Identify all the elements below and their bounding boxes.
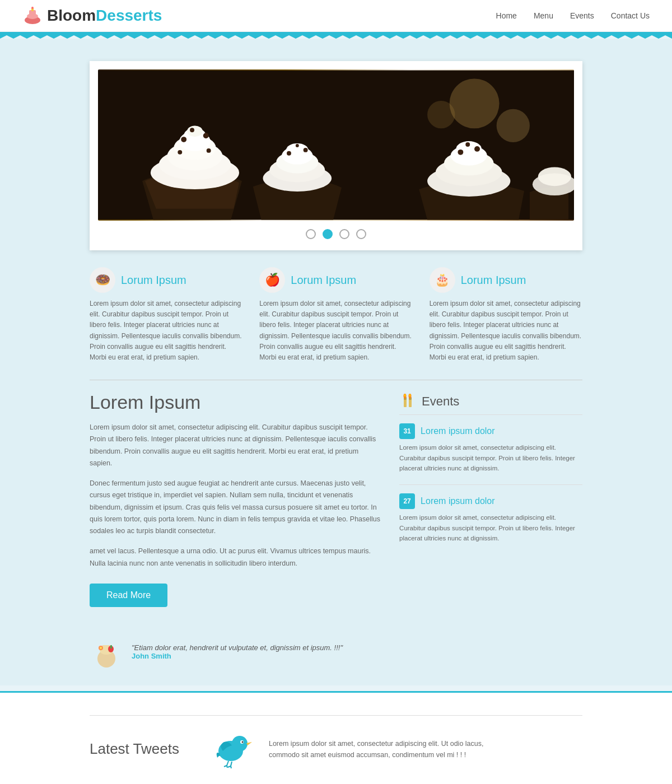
event-2-title: Lorem ipsum dolor [421,496,495,506]
candles-icon [399,391,416,412]
tweets-section: Latest Tweets [90,693,582,784]
article-para-3: amet vel lacus. Pellentesque a urna odio… [90,545,382,570]
event-2-text: Lorem ipsum dolor sit amet, consectetur … [399,512,582,543]
testimonial-author: John Smith [132,652,343,660]
svg-point-53 [409,394,411,397]
event-2-date-title: 27 Lorem ipsum dolor [399,493,582,509]
feature-1-title: Lorum Ipsum [121,274,186,287]
logo-desserts-text: Desserts [96,7,162,25]
main-nav: Home Menu Events Contact Us [496,11,650,20]
feature-1: 🍩 Lorum Ipsum Lorem ipsum dolor sit amet… [90,267,242,363]
content-divider [90,380,582,380]
svg-point-6 [450,78,500,128]
svg-point-4 [31,7,34,9]
event-2-date-badge: 27 [399,493,415,509]
feature-3: 🎂 Lorum Ipsum Lorem ipsum dolor sit amet… [430,267,582,363]
event-1-date-badge: 31 [399,423,415,439]
nav-menu[interactable]: Menu [534,11,553,20]
sidebar-divider-1 [399,484,582,485]
twitter-bird-icon [207,730,252,769]
event-1-text: Lorem ipsum dolor sit amet, consectetur … [399,442,582,473]
svg-point-20 [207,148,211,153]
content-area: Lorem Ipsum Lorem ipsum dolor sit amet, … [90,391,582,669]
main-article: Lorem Ipsum Lorem ipsum dolor sit amet, … [90,391,382,669]
svg-point-17 [203,133,209,138]
events-title: Events [422,394,459,409]
logo-bloom-text: Bloom [47,7,96,25]
svg-point-16 [181,137,186,142]
svg-point-19 [178,150,182,155]
feature-2-icon: 🍎 [259,267,285,293]
article-para-2: Donec fermentum justo sed augue feugiat … [90,478,382,537]
slider-wrapper [90,61,582,250]
event-1-date-title: 31 Lorem ipsum dolor [399,423,582,439]
feature-2-header: 🍎 Lorum Ipsum [259,267,412,293]
read-more-button[interactable]: Read More [90,584,167,607]
feature-3-icon: 🎂 [430,267,455,293]
svg-rect-47 [409,399,412,407]
events-header: Events [399,391,582,415]
logo: BloomDesserts [22,6,162,26]
svg-line-58 [227,761,228,766]
nav-home[interactable]: Home [496,11,517,20]
svg-point-27 [304,148,308,152]
svg-point-35 [474,146,480,152]
svg-line-60 [227,766,227,768]
cake-icon [22,6,43,26]
features-section: 🍩 Lorum Ipsum Lorem ipsum dolor sit amet… [90,267,582,363]
svg-point-51 [404,394,406,397]
tweets-text: Lorem ipsum dolor sit amet, consectetur … [269,738,493,760]
svg-rect-46 [404,399,407,407]
svg-point-15 [187,125,203,137]
sidebar: Events 31 Lorem ipsum dolor Lorem ipsum … [399,391,582,669]
feature-3-text: Lorem ipsum dolor sit amet, consectetur … [430,298,582,363]
svg-point-7 [497,109,530,142]
slide-dot-2[interactable] [323,229,333,239]
feature-3-title: Lorum Ipsum [461,274,526,287]
teal-header-bar [0,32,672,39]
event-item-2: 27 Lorem ipsum dolor Lorem ipsum dolor s… [399,493,582,543]
feature-1-icon: 🍩 [90,267,115,293]
svg-line-61 [231,762,232,766]
header: BloomDesserts Home Menu Events Contact U… [0,0,672,32]
feature-3-header: 🎂 Lorum Ipsum [430,267,582,293]
slide-dot-1[interactable] [306,229,316,239]
svg-point-36 [465,142,470,147]
feature-1-header: 🍩 Lorum Ipsum [90,267,242,293]
feature-2-text: Lorem ipsum dolor sit amet, consectetur … [259,298,412,363]
svg-point-18 [190,128,194,132]
svg-rect-43 [110,645,112,648]
feature-2: 🍎 Lorum Ipsum Lorem ipsum dolor sit amet… [259,267,412,363]
svg-line-63 [231,766,231,768]
feature-1-text: Lorem ipsum dolor sit amet, consectetur … [90,298,242,363]
event-item-1: 31 Lorem ipsum dolor Lorem ipsum dolor s… [399,423,582,473]
svg-point-55 [232,736,248,752]
testimonial-cake-icon [90,635,123,669]
cupcake-svg [98,69,574,221]
slide-dot-3[interactable] [339,229,349,239]
svg-point-45 [100,647,102,649]
nav-events[interactable]: Events [570,11,594,20]
svg-point-34 [458,150,463,155]
testimonial: "Etiam dolor erat, hendrerit ut vulputat… [90,629,382,669]
testimonial-quote: "Etiam dolor erat, hendrerit ut vulputat… [132,643,343,652]
svg-point-26 [287,151,291,156]
slide-dot-4[interactable] [356,229,366,239]
svg-point-8 [427,101,455,128]
slider-dots [98,229,574,239]
main-container: 🍩 Lorum Ipsum Lorem ipsum dolor sit amet… [90,50,582,680]
feature-2-title: Lorum Ipsum [291,274,356,287]
svg-point-38 [538,167,571,186]
tweets-label-wrapper: Latest Tweets [90,740,190,758]
svg-point-57 [241,741,243,743]
slider-image [98,69,574,221]
nav-contact[interactable]: Contact Us [611,11,650,20]
article-title: Lorem Ipsum [90,391,382,413]
article-para-1: Lorem ipsum dolor sit amet, consectetur … [90,422,382,469]
testimonial-content: "Etiam dolor erat, hendrerit ut vulputat… [132,643,343,660]
tweets-label: Latest Tweets [90,740,179,757]
event-1-title: Lorem ipsum dolor [421,426,495,436]
svg-point-28 [296,144,299,147]
